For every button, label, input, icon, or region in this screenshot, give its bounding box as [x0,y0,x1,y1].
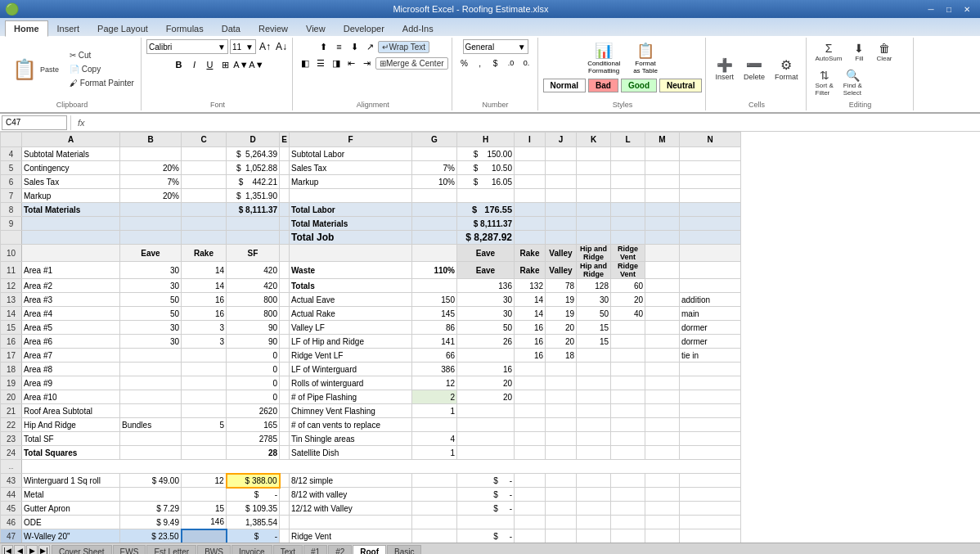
cell-Dtj[interactable] [227,231,280,245]
cell-G21[interactable]: 1 [412,404,457,418]
percent-btn[interactable]: % [457,56,472,70]
decrease-indent-btn[interactable]: ⇤ [344,56,359,70]
cell-G14[interactable]: 145 [412,307,457,321]
cell-L44[interactable] [611,488,645,502]
cell-E18[interactable] [280,363,290,376]
col-A-header[interactable]: A [22,133,120,147]
cell-J45[interactable] [546,502,577,516]
cell-C11[interactable]: 14 [182,262,227,279]
cell-H10[interactable]: Eave [457,245,515,262]
cell-E6[interactable] [280,175,290,189]
cell-A47[interactable]: W-Valley 20" [22,529,120,543]
cell-F23[interactable]: Tin Shingle areas [290,432,412,446]
cell-F43[interactable]: 8/12 simple [290,474,412,488]
cell-H5[interactable]: $ 10.50 [457,161,515,175]
cell-G12[interactable] [412,279,457,293]
cell-M21[interactable] [645,404,680,418]
cell-D7[interactable]: $ 1,351.90 [227,189,280,203]
cell-D18[interactable]: 0 [227,363,280,376]
tab-developer[interactable]: Developer [335,20,393,36]
cell-D8[interactable]: $ 8,111.37 [227,203,280,217]
cell-B16[interactable]: 30 [120,335,182,349]
cell-I45[interactable] [515,502,546,516]
cut-btn[interactable]: ✂ Cut [66,49,137,61]
name-box[interactable]: C47 [2,115,67,130]
cell-N16[interactable]: dormer [680,335,741,349]
cell-I24[interactable] [515,446,546,460]
cell-N4[interactable] [680,147,741,161]
cell-B15[interactable]: 30 [120,321,182,335]
cell-I22[interactable] [515,418,546,432]
cell-H15[interactable]: 50 [457,321,515,335]
cell-L7[interactable] [611,189,645,203]
col-N-header[interactable]: N [680,133,741,147]
formula-input[interactable] [90,115,978,130]
cell-K44[interactable] [577,488,611,502]
cell-J46[interactable] [546,516,577,529]
cell-M12[interactable] [645,279,680,293]
cell-E45[interactable] [280,502,290,516]
cell-M4[interactable] [645,147,680,161]
font-increase-btn[interactable]: A↑ [258,39,272,54]
cell-E20[interactable] [280,390,290,404]
cell-M17[interactable] [645,349,680,363]
tab-view[interactable]: View [297,20,335,36]
cell-I5[interactable] [515,161,546,175]
cell-F10[interactable] [290,245,412,262]
cell-E10[interactable] [280,245,290,262]
style-good-btn[interactable]: Good [621,79,657,92]
cell-A20[interactable]: Area #10 [22,390,120,404]
minimize-btn[interactable]: ─ [923,2,939,16]
cell-N23[interactable] [680,432,741,446]
cell-H13[interactable]: 30 [457,293,515,307]
sheet-tab-invoice[interactable]: Invoice [232,545,272,555]
cell-Mtj[interactable] [645,231,680,245]
cell-F14[interactable]: Actual Rake [290,307,412,321]
cell-I18[interactable] [515,363,546,376]
cell-G47[interactable] [412,529,457,543]
text-orient-btn[interactable]: ↗ [362,39,377,54]
cell-D22[interactable]: 165 [227,418,280,432]
increase-decimal-btn[interactable]: .0 [504,56,519,70]
cell-F16[interactable]: LF of Hip and Ridge [290,335,412,349]
cell-K24[interactable] [577,446,611,460]
cell-L13[interactable]: 20 [611,293,645,307]
sheet-tab-cover[interactable]: Cover Sheet [52,545,112,555]
cell-D6[interactable]: $ 442.21 [227,175,280,189]
cell-M22[interactable] [645,418,680,432]
cell-J17[interactable]: 18 [546,349,577,363]
cell-G20[interactable]: 2 [412,390,457,404]
style-normal-btn[interactable]: Normal [543,79,586,92]
cell-B19[interactable] [120,376,182,390]
cell-F12[interactable]: Totals [290,279,412,293]
cell-B24[interactable] [120,446,182,460]
cell-L11[interactable]: RidgeVent [611,262,645,279]
cell-M16[interactable] [645,335,680,349]
cell-C24[interactable] [182,446,227,460]
font-color-btn[interactable]: A▼ [249,57,263,72]
cell-E13[interactable] [280,293,290,307]
cell-K21[interactable] [577,404,611,418]
cell-F4[interactable]: Subtotal Labor [290,147,412,161]
cell-M47[interactable] [645,529,680,543]
cell-I6[interactable] [515,175,546,189]
cell-G15[interactable]: 86 [412,321,457,335]
insert-btn[interactable]: ➕ Insert [711,55,738,83]
cell-N44[interactable] [680,488,741,502]
cell-D23[interactable]: 2785 [227,432,280,446]
cell-G24[interactable]: 1 [412,446,457,460]
cell-D46[interactable]: 1,385.54 [227,516,280,529]
cell-A10[interactable] [22,245,120,262]
cell-J43[interactable] [546,474,577,488]
cell-K43[interactable] [577,474,611,488]
sheet-tab-2[interactable]: #2 [328,545,352,555]
cell-A7[interactable]: Markup [22,189,120,203]
cell-D14[interactable]: 800 [227,307,280,321]
cell-A19[interactable]: Area #9 [22,376,120,390]
cell-G44[interactable] [412,488,457,502]
tab-data[interactable]: Data [213,20,249,36]
cell-L46[interactable] [611,516,645,529]
cell-A23[interactable]: Total SF [22,432,120,446]
cell-H23[interactable] [457,432,515,446]
cell-I9[interactable] [515,217,546,231]
